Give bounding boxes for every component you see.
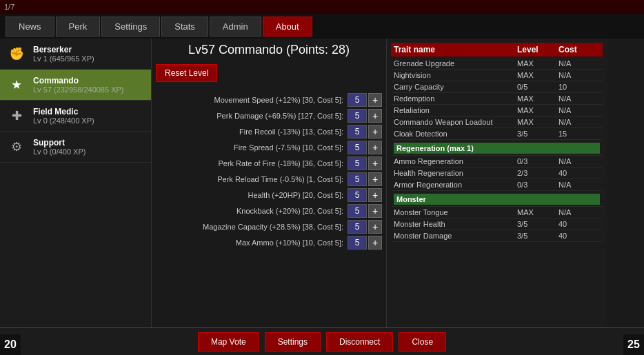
- stat-value: 5: [348, 156, 367, 170]
- trait-row: Monster TongueMAXN/A: [391, 207, 603, 219]
- stat-increment-button[interactable]: +: [368, 156, 382, 170]
- trait-section-header: Regeneration (max 1): [394, 143, 600, 154]
- stat-value: 5: [348, 109, 367, 123]
- trait-level: 3/5: [517, 232, 559, 240]
- trait-level: MAX: [517, 106, 559, 114]
- trait-name: Cloak Detection: [394, 130, 517, 138]
- stat-value: 5: [348, 141, 367, 154]
- trait-level: MAX: [517, 208, 559, 216]
- traits-col-name: Trait name: [394, 45, 517, 54]
- trait-level: MAX: [517, 118, 559, 126]
- char-icon: ★: [6, 74, 28, 96]
- stat-value: 5: [348, 172, 367, 186]
- trait-level: 2/3: [517, 169, 559, 177]
- traits-panel: Trait name Level Cost Grenade UpgradeMAX…: [386, 39, 607, 327]
- char-name: Berserker: [33, 45, 94, 54]
- stat-increment-button[interactable]: +: [368, 188, 382, 202]
- trait-cost: N/A: [559, 157, 600, 165]
- page-indicator: 1/7: [4, 3, 14, 11]
- trait-name: Grenade Upgrade: [394, 59, 517, 68]
- stat-label: Movement Speed (+12%) [30, Cost 5]:: [156, 96, 348, 104]
- sidebar-char-berserker[interactable]: ✊BerserkerLv 1 (645/965 XP): [0, 39, 151, 70]
- stat-row: Movement Speed (+12%) [30, Cost 5]:5+: [156, 93, 382, 107]
- stat-increment-button[interactable]: +: [368, 93, 382, 107]
- char-xp: Lv 0 (248/400 XP): [33, 116, 94, 125]
- nav-tab-about[interactable]: About: [263, 17, 312, 37]
- trait-cost: N/A: [559, 118, 600, 126]
- nav-tab-news[interactable]: News: [6, 17, 54, 37]
- char-info: BerserkerLv 1 (645/965 XP): [33, 45, 94, 63]
- top-bar: 1/7: [0, 0, 644, 14]
- trait-cost: 40: [559, 232, 600, 240]
- char-icon: ⚙: [6, 136, 28, 158]
- trait-row: NightvisionMAXN/A: [391, 70, 603, 81]
- sidebar-char-support[interactable]: ⚙SupportLv 0 (0/400 XP): [0, 132, 151, 163]
- sidebar-char-commando[interactable]: ★CommandoLv 57 (232958/240085 XP): [0, 70, 151, 101]
- nav-tab-perk[interactable]: Perk: [56, 17, 101, 37]
- nav-tab-settings[interactable]: Settings: [101, 17, 160, 37]
- stat-increment-button[interactable]: +: [368, 204, 382, 218]
- stat-row: Perk Reload Time (-0.5%) [1, Cost 5]:5+: [156, 172, 382, 186]
- stat-increment-button[interactable]: +: [368, 125, 382, 139]
- char-name: Field Medic: [33, 107, 94, 116]
- trait-name: Armor Regeneration: [394, 181, 517, 189]
- stat-row: Magazine Capacity (+28.5%) [38, Cost 5]:…: [156, 220, 382, 234]
- trait-name: Carry Capacity: [394, 83, 517, 91]
- trait-level: MAX: [517, 94, 559, 103]
- stat-increment-button[interactable]: +: [368, 141, 382, 154]
- reset-level-button[interactable]: Reset Level: [156, 64, 217, 82]
- character-sidebar: ✊BerserkerLv 1 (645/965 XP)★CommandoLv 5…: [0, 39, 152, 327]
- nav-tabs: NewsPerkSettingsStatsAdminAbout: [0, 14, 644, 39]
- bottom-btn-close[interactable]: Close: [399, 332, 446, 352]
- char-xp: Lv 0 (0/400 XP): [33, 148, 85, 156]
- trait-name: Health Regeneration: [394, 169, 517, 177]
- stat-increment-button[interactable]: +: [368, 109, 382, 123]
- bottom-btn-disconnect[interactable]: Disconnect: [326, 332, 393, 352]
- stat-row: Health (+20HP) [20, Cost 5]:5+: [156, 188, 382, 202]
- trait-row: Monster Health3/540: [391, 219, 603, 230]
- trait-level: 0/3: [517, 181, 559, 189]
- trait-name: Monster Damage: [394, 232, 517, 240]
- stat-label: Perk Reload Time (-0.5%) [1, Cost 5]:: [156, 175, 348, 183]
- stat-value: 5: [348, 125, 367, 139]
- trait-row: Ammo Regeneration0/3N/A: [391, 156, 603, 168]
- stat-value: 5: [348, 204, 367, 218]
- bottom-bar: Map VoteSettingsDisconnectClose: [0, 327, 644, 355]
- nav-tab-admin[interactable]: Admin: [210, 17, 261, 37]
- trait-cost: N/A: [559, 106, 600, 114]
- bottom-btn-map-vote[interactable]: Map Vote: [198, 332, 259, 352]
- stat-label: Perk Damage (+69.5%) [127, Cost 5]:: [156, 112, 348, 120]
- trait-row: Monster Damage3/540: [391, 230, 603, 242]
- trait-name: Monster Tongue: [394, 208, 517, 216]
- bottom-btn-settings[interactable]: Settings: [265, 332, 321, 352]
- stat-value: 5: [348, 220, 367, 234]
- stat-label: Fire Recoil (-13%) [13, Cost 5]:: [156, 128, 348, 136]
- nav-tab-stats[interactable]: Stats: [161, 17, 208, 37]
- stat-increment-button[interactable]: +: [368, 220, 382, 234]
- trait-cost: N/A: [559, 94, 600, 103]
- trait-cost: 10: [559, 83, 600, 91]
- trait-name: Redemption: [394, 94, 517, 103]
- stat-increment-button[interactable]: +: [368, 172, 382, 186]
- trait-name: Ammo Regeneration: [394, 157, 517, 165]
- stats-list: Movement Speed (+12%) [30, Cost 5]:5+Per…: [156, 93, 382, 252]
- char-name: Commando: [33, 76, 124, 85]
- stat-increment-button[interactable]: +: [368, 236, 382, 250]
- trait-name: Commando Weapon Loadout: [394, 118, 517, 126]
- trait-row: Cloak Detection3/515: [391, 128, 603, 140]
- sidebar-char-field-medic[interactable]: ✚Field MedicLv 0 (248/400 XP): [0, 101, 151, 132]
- traits-table-header: Trait name Level Cost: [391, 43, 603, 57]
- char-info: CommandoLv 57 (232958/240085 XP): [33, 76, 124, 94]
- trait-level: MAX: [517, 59, 559, 68]
- trait-row: RetaliationMAXN/A: [391, 105, 603, 116]
- stat-value: 5: [348, 93, 367, 107]
- trait-name: Monster Health: [394, 220, 517, 228]
- stat-value: 5: [348, 188, 367, 202]
- stat-row: Knockback (+20%) [20, Cost 5]:5+: [156, 204, 382, 218]
- trait-row: Armor Regeneration0/3N/A: [391, 179, 603, 191]
- trait-cost: 40: [559, 169, 600, 177]
- stat-label: Perk Rate of Fire (-18%) [36, Cost 5]:: [156, 159, 348, 168]
- trait-row: Commando Weapon LoadoutMAXN/A: [391, 116, 603, 128]
- char-xp: Lv 1 (645/965 XP): [33, 54, 94, 63]
- score-right: 25: [623, 334, 644, 355]
